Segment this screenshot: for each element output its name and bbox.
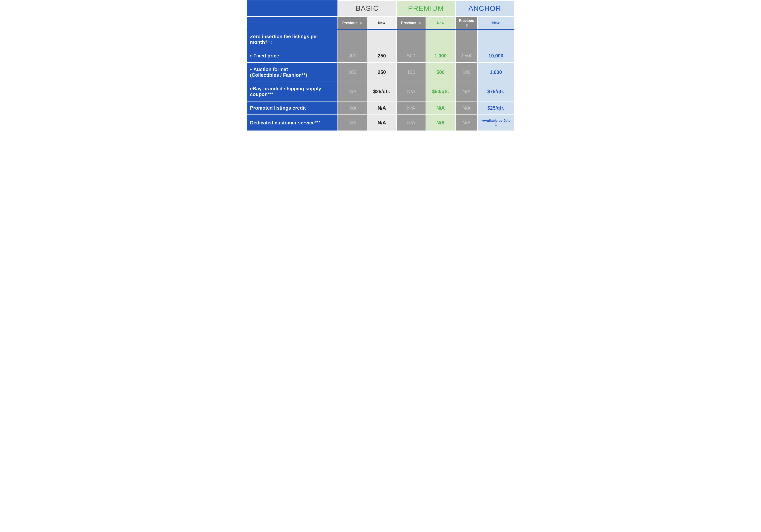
anchor-prev-text: Previous	[459, 19, 474, 23]
basic-label: BASIC	[356, 4, 379, 12]
subheader-corner	[247, 17, 338, 30]
row-label-0: Zero insertion fee listings per month†‡:	[247, 30, 338, 49]
premium-prev-text: Previous	[401, 21, 416, 25]
table-row: Promoted listings creditN/AN/AN/AN/AN/A$…	[247, 101, 514, 115]
premium-prev-val-3: N/A	[396, 82, 426, 101]
table-row: •Auction format (Collectibles / Fashion*…	[247, 63, 514, 82]
anchor-prev-val-3: N/A	[455, 82, 478, 101]
row-label-4: Promoted listings credit	[247, 101, 338, 115]
premium-new-val-4: N/A	[426, 101, 455, 115]
anchor-prev-val-5: N/A	[455, 115, 478, 131]
basic-prev-val-1: 200	[338, 49, 367, 63]
table-row: Dedicated customer service***N/AN/AN/AN/…	[247, 115, 514, 131]
premium-new-val-5: N/A	[426, 115, 455, 131]
anchor-prev-val-1: 2,500	[455, 49, 478, 63]
basic-prev-val-2: 100	[338, 63, 367, 82]
basic-prev-val-5: N/A	[338, 115, 367, 131]
basic-prev-val-4: N/A	[338, 101, 367, 115]
basic-new-val-2: 250	[367, 63, 396, 82]
plan-header-row: BASIC PREMIUM ANCHOR	[247, 0, 514, 17]
anchor-new-val-1: 10,000	[478, 49, 514, 63]
basic-new-val-5: N/A	[367, 115, 396, 131]
basic-previous-label: Previous	[338, 17, 367, 30]
row-label-2: •Auction format (Collectibles / Fashion*…	[247, 63, 338, 82]
bullet-icon: •	[250, 67, 252, 72]
basic-prev-val-3: N/A	[338, 82, 367, 101]
anchor-prev-val-0	[455, 30, 478, 49]
premium-plan-header: PREMIUM	[396, 0, 455, 17]
anchor-previous-label: Previous	[455, 17, 478, 30]
premium-new-val-3: $50/qtr.	[426, 82, 455, 101]
basic-plan-header: BASIC	[338, 0, 396, 17]
premium-prev-val-0	[396, 30, 426, 49]
premium-label: PREMIUM	[408, 4, 444, 12]
premium-new-val-2: 500	[426, 63, 455, 82]
anchor-prev-val-4: N/A	[455, 101, 478, 115]
row-label-3: eBay-branded shipping supply coupon***	[247, 82, 338, 101]
basic-new-val-4: N/A	[367, 101, 396, 115]
premium-new-text: New	[437, 21, 444, 25]
anchor-new-val-2: 1,000	[478, 63, 514, 82]
anchor-new-val-5: *Available by July 1	[478, 115, 514, 131]
anchor-prev-val-2: 100	[455, 63, 478, 82]
basic-new-label: New	[367, 17, 396, 30]
anchor-label: ANCHOR	[468, 4, 501, 12]
corner-cell	[247, 0, 338, 17]
basic-arrow-icon	[360, 22, 363, 25]
subheader-row: Previous New Previous New Previous	[247, 17, 514, 30]
table-row: Zero insertion fee listings per month†‡:	[247, 30, 514, 49]
anchor-new-val-0	[478, 30, 514, 49]
premium-prev-val-4: N/A	[396, 101, 426, 115]
row-label-1: •Fixed price	[247, 49, 338, 63]
basic-new-val-0	[367, 30, 396, 49]
anchor-arrow-icon	[466, 24, 469, 27]
row-label-5: Dedicated customer service***	[247, 115, 338, 131]
bullet-icon: •	[250, 53, 252, 59]
anchor-plan-header: ANCHOR	[455, 0, 514, 17]
anchor-new-label: New	[478, 17, 514, 30]
premium-new-val-0	[426, 30, 455, 49]
basic-prev-val-0	[338, 30, 367, 49]
basic-new-val-3: $25/qtr.	[367, 82, 396, 101]
anchor-new-val-3: $75/qtr.	[478, 82, 514, 101]
premium-previous-label: Previous	[396, 17, 426, 30]
premium-arrow-icon	[419, 22, 421, 25]
basic-new-text: New	[378, 21, 385, 25]
premium-prev-val-5: N/A	[396, 115, 426, 131]
basic-prev-text: Previous	[342, 21, 357, 25]
anchor-new-text: New	[492, 21, 499, 25]
premium-prev-val-2: 100	[396, 63, 426, 82]
table-body: Zero insertion fee listings per month†‡:…	[247, 30, 514, 131]
table-row: •Fixed price2002505001,0002,50010,000	[247, 49, 514, 63]
premium-new-label: New	[426, 17, 455, 30]
basic-new-val-1: 250	[367, 49, 396, 63]
premium-new-val-1: 1,000	[426, 49, 455, 63]
anchor-new-val-4: $25/qtr.	[478, 101, 514, 115]
table-row: eBay-branded shipping supply coupon***N/…	[247, 82, 514, 101]
premium-prev-val-1: 500	[396, 49, 426, 63]
